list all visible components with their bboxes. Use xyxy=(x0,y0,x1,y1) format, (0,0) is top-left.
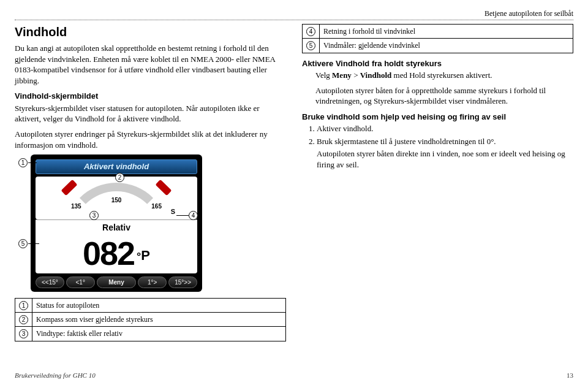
page-title: Vindhold xyxy=(15,24,286,40)
row-desc-2: Kompass som viser gjeldende styrekurs xyxy=(32,313,286,327)
page-footer: Brukerveiledning for GHC 10 13 xyxy=(15,371,573,380)
softkey-minus1[interactable]: <1° xyxy=(66,276,95,289)
gauge-tick-150: 150 xyxy=(111,196,122,205)
row-num-1: 1 xyxy=(19,301,28,310)
header-divider xyxy=(15,20,573,20)
gauge-s-mark: S xyxy=(171,207,175,216)
heading-reading: 082 °P xyxy=(36,235,197,273)
menu-path-line: Velg Meny > Vindhold med Hold styrekurse… xyxy=(315,70,573,81)
row-desc-4: Retning i forhold til vindvinkel xyxy=(320,25,573,39)
right-column: 4 Retning i forhold til vindvinkel 5 Vin… xyxy=(302,24,573,346)
softkey-plus1[interactable]: 1°> xyxy=(138,276,167,289)
paragraph-status: Styrekurs-skjermbildet viser statusen fo… xyxy=(15,103,286,124)
gauge-tick-165: 165 xyxy=(151,202,162,211)
row-num-5: 5 xyxy=(306,41,315,50)
footer-page-number: 13 xyxy=(567,371,573,380)
steps-list: Aktiver vindhold. Bruk skjermtastene til… xyxy=(317,123,573,147)
step-1: Aktiver vindhold. xyxy=(317,123,573,134)
leader-1 xyxy=(28,162,37,163)
paragraph-changes: Autopiloten styrer endringer på Styrekur… xyxy=(15,129,286,150)
callout-1: 1 xyxy=(18,158,28,167)
left-column: Vindhold Du kan angi at autopiloten skal… xyxy=(15,24,286,346)
aktivere-desc: Autopiloten styrer båten for å opprettho… xyxy=(315,85,573,107)
table-row: 1 Status for autopiloten xyxy=(15,299,286,313)
row-num-4: 4 xyxy=(306,27,315,36)
table-row: 4 Retning i forhold til vindvinkel xyxy=(303,25,573,39)
running-header: Betjene autopiloten for seilbåt xyxy=(15,9,573,20)
gauge-area: 135 150 165 S xyxy=(36,177,197,219)
footer-doc-title: Brukerveiledning for GHC 10 xyxy=(15,371,96,380)
row-num-2: 2 xyxy=(19,315,28,324)
row-desc-1: Status for autopiloten xyxy=(32,299,286,313)
content-columns: Vindhold Du kan angi at autopiloten skal… xyxy=(15,24,573,346)
softkey-plus15[interactable]: 15°>> xyxy=(168,276,197,289)
gauge-red-left xyxy=(61,179,77,196)
upper-callout-table: 4 Retning i forhold til vindvinkel 5 Vin… xyxy=(302,24,573,53)
table-row: 5 Vindmåler: gjeldende vindvinkel xyxy=(303,39,573,53)
leader-5 xyxy=(28,243,39,244)
softkey-row: <<15° <1° Meny 1°> 15°>> xyxy=(36,276,197,289)
row-num-3: 3 xyxy=(19,329,28,338)
callout-5: 5 xyxy=(18,239,28,248)
heading-value: 082 xyxy=(83,237,134,270)
heading-unit: °P xyxy=(137,246,150,270)
device-figure: 1 2 3 4 5 Aktivert vindhold 135 150 165 … xyxy=(31,154,202,292)
table-row: 3 Vindtype: faktisk eller relativ xyxy=(15,327,286,341)
row-desc-5: Vindmåler: gjeldende vindvinkel xyxy=(320,39,573,53)
gauge-red-right xyxy=(155,179,172,196)
softkey-menu[interactable]: Meny xyxy=(97,276,137,289)
lower-callout-table: 1 Status for autopiloten 2 Kompass som v… xyxy=(15,298,286,341)
wind-type-row: Relativ xyxy=(36,219,197,235)
steps-outcome: Autopiloten styrer båten direkte inn i v… xyxy=(317,148,573,170)
step-2: Bruk skjermtastene til å justere vindhol… xyxy=(317,136,573,147)
table-row: 2 Kompass som viser gjeldende styrekurs xyxy=(15,313,286,327)
subhead-vindhold-skjerm: Vindhold-skjermbildet xyxy=(15,91,286,102)
subhead-bruke: Bruke vindhold som hjelp ved heising og … xyxy=(302,112,573,123)
device-title-bar: Aktivert vindhold xyxy=(36,159,197,174)
softkey-minus15[interactable]: <<15° xyxy=(36,276,64,289)
gauge-tick-135: 135 xyxy=(71,202,81,211)
intro-paragraph: Du kan angi at autopiloten skal oppretth… xyxy=(15,43,286,86)
subhead-aktivere: Aktivere Vindhold fra holdt styrekurs xyxy=(302,58,573,69)
row-desc-3: Vindtype: faktisk eller relativ xyxy=(32,327,286,341)
leader-4 xyxy=(176,215,189,216)
